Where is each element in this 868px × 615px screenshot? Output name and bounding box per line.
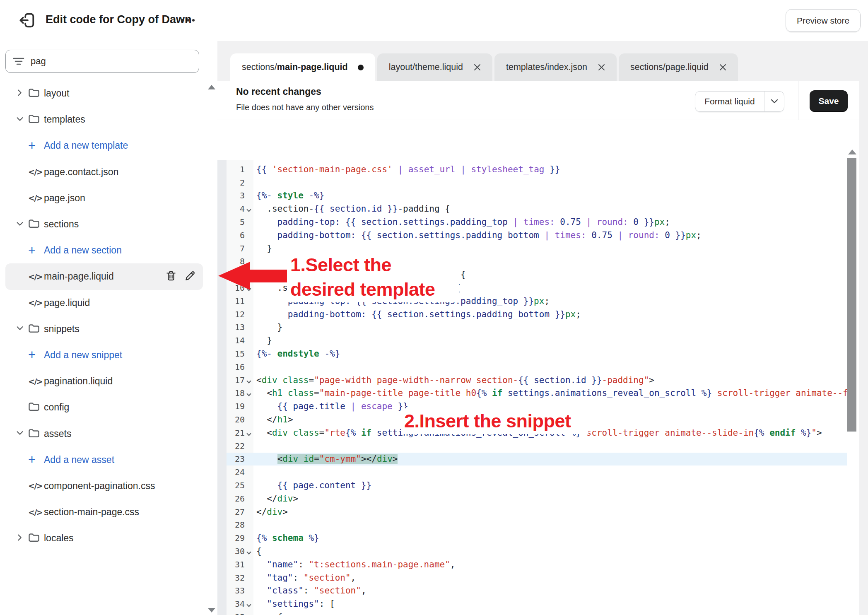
vertical-scrollbar-thumb[interactable] — [847, 158, 856, 432]
code-line-31[interactable]: 31 "name": "t:sections.main-page.name", — [227, 558, 847, 571]
sidebar-item-page.liquid[interactable]: </> page.liquid — [5, 290, 203, 316]
line-number: 2 — [227, 178, 245, 188]
code-line-33[interactable]: 33 "class": "section", — [227, 584, 847, 598]
fold-chevron-icon[interactable] — [246, 207, 251, 212]
close-tab-icon[interactable] — [474, 64, 481, 71]
code-line-27[interactable]: 27</div> — [227, 505, 847, 519]
line-number: 12 — [227, 309, 245, 319]
sidebar-item-main-page.liquid[interactable]: </> main-page.liquid — [5, 263, 203, 289]
sidebar-item-locales[interactable]: locales — [5, 525, 203, 551]
code-line-26[interactable]: 26 </div> — [227, 492, 847, 505]
code-text: padding-top: {{ section.settings.padding… — [253, 217, 670, 227]
plus-icon: + — [28, 142, 36, 150]
code-line-30[interactable]: 30{ — [227, 545, 847, 558]
code-line-25[interactable]: 25 {{ page.content }} — [227, 479, 847, 492]
code-text: {%- endstyle -%} — [253, 349, 340, 359]
code-line-22[interactable]: 22 — [227, 439, 847, 453]
chevron-down-icon[interactable] — [16, 429, 24, 439]
code-line-24[interactable]: 24 — [227, 465, 847, 479]
sidebar-item-page.json[interactable]: </> page.json — [5, 185, 203, 211]
code-line-2[interactable]: 2 — [227, 176, 847, 189]
line-number: 28 — [227, 520, 245, 530]
close-tab-icon[interactable] — [598, 64, 605, 71]
code-text: "settings": [ — [253, 599, 335, 609]
chevron-down-icon[interactable] — [16, 219, 24, 229]
code-line-12[interactable]: 12 padding-bottom: {{ section.settings.p… — [227, 308, 847, 321]
sidebar-item-component-pagination.css[interactable]: </> component-pagination.css — [5, 473, 203, 499]
tab-theme.liquid[interactable]: layout/theme.liquid — [377, 53, 492, 81]
code-line-17[interactable]: 17<div class="page-width page-width--nar… — [227, 374, 847, 387]
code-file-icon: </> — [28, 481, 42, 490]
sidebar-item-sections[interactable]: sections — [5, 211, 203, 237]
code-line-18[interactable]: 18 <h1 class="main-page-title page-title… — [227, 387, 847, 400]
tab-page.liquid[interactable]: sections/page.liquid — [619, 53, 738, 81]
code-line-3[interactable]: 3{%- style -%} — [227, 189, 847, 203]
format-dropdown-chevron[interactable] — [764, 92, 784, 111]
code-line-35[interactable]: 35 { — [227, 610, 847, 615]
code-line-4[interactable]: 4 .section-{{ section.id }}-padding { — [227, 202, 847, 215]
fold-chevron-icon[interactable] — [246, 603, 251, 607]
code-editor[interactable]: 1{{ 'section-main-page.css' | asset_url … — [227, 163, 847, 615]
sidebar-item-pagination.liquid[interactable]: </> pagination.liquid — [5, 368, 203, 394]
unsaved-dot-icon — [358, 65, 364, 70]
sidebar-item-page.contact.json[interactable]: </> page.contact.json — [5, 159, 203, 185]
code-line-29[interactable]: 29{% schema %} — [227, 531, 847, 545]
sidebar-item-templates[interactable]: templates — [5, 106, 203, 133]
search-input[interactable] — [31, 56, 184, 67]
close-tab-icon[interactable] — [719, 64, 726, 71]
chevron-right-icon[interactable] — [16, 533, 24, 543]
plus-icon: + — [28, 246, 36, 255]
code-line-6[interactable]: 6 padding-bottom: {{ section.settings.pa… — [227, 229, 847, 242]
format-liquid-button[interactable]: Format liquid — [695, 91, 784, 112]
code-text: } — [253, 322, 282, 332]
exit-editor-button[interactable] — [17, 11, 36, 30]
code-line-23[interactable]: 23 <div id="cm-ymm"></div> — [227, 453, 847, 466]
chevron-right-icon[interactable] — [16, 89, 24, 99]
sidebar-item-config[interactable]: config — [5, 394, 203, 420]
fold-chevron-icon[interactable] — [246, 550, 251, 554]
code-text: .section-{{ section.id }}-padding { — [253, 204, 450, 214]
tab-main-page.liquid[interactable]: sections/main-page.liquid — [230, 53, 375, 81]
tab-bar: sections/main-page.liquidlayout/theme.li… — [230, 53, 738, 81]
editor-pane: sections/main-page.liquidlayout/theme.li… — [217, 41, 868, 615]
chevron-down-icon[interactable] — [16, 324, 24, 334]
file-search-box[interactable] — [5, 50, 199, 73]
fold-chevron-icon[interactable] — [246, 392, 251, 396]
preview-store-button[interactable]: Preview store — [786, 9, 861, 32]
sidebar-item-section-main-page.css[interactable]: </> section-main-page.css — [5, 499, 203, 525]
trash-icon[interactable] — [166, 270, 176, 283]
code-line-28[interactable]: 28 — [227, 519, 847, 532]
chevron-down-icon[interactable] — [16, 115, 24, 125]
sidebar-item-assets[interactable]: assets — [5, 420, 203, 446]
code-line-13[interactable]: 13 } — [227, 321, 847, 334]
folder-icon — [28, 88, 40, 99]
folder-icon — [28, 323, 40, 335]
code-line-5[interactable]: 5 padding-top: {{ section.settings.paddi… — [227, 215, 847, 229]
inserted-snippet-selection: <div id="cm-ymm"></div> — [277, 454, 398, 464]
sidebar-action-add-a-new-snippet[interactable]: + Add a new snippet — [5, 342, 203, 368]
code-file-icon: </> — [28, 167, 42, 176]
code-file-icon: </> — [28, 193, 42, 203]
code-line-1[interactable]: 1{{ 'section-main-page.css' | asset_url … — [227, 163, 847, 176]
code-line-34[interactable]: 34 "settings": [ — [227, 597, 847, 610]
sidebar-action-add-a-new-section[interactable]: + Add a new section — [5, 237, 203, 263]
annotation-step2: 2.Insert the snippet — [401, 408, 588, 434]
code-line-15[interactable]: 15{%- endstyle -%} — [227, 347, 847, 360]
sidebar-action-add-a-new-asset[interactable]: + Add a new asset — [5, 447, 203, 473]
more-actions-button[interactable] — [181, 12, 201, 28]
fold-chevron-icon[interactable] — [246, 379, 251, 383]
sidebar-item-snippets[interactable]: snippets — [5, 316, 203, 342]
fold-chevron-icon[interactable] — [246, 431, 251, 436]
pencil-icon[interactable] — [185, 270, 195, 283]
code-text: } — [253, 335, 272, 345]
vertical-scroll-up-arrow[interactable] — [848, 150, 856, 154]
sidebar-action-add-a-new-template[interactable]: + Add a new template — [5, 133, 203, 159]
sidebar-item-layout[interactable]: layout — [5, 80, 203, 106]
tab-index.json[interactable]: templates/index.json — [494, 53, 617, 81]
sidebar-scroll-down-arrow[interactable] — [208, 608, 215, 613]
save-button[interactable]: Save — [810, 90, 848, 112]
code-line-32[interactable]: 32 "tag": "section", — [227, 571, 847, 584]
code-line-16[interactable]: 16 — [227, 360, 847, 374]
line-number: 19 — [227, 401, 245, 411]
code-line-14[interactable]: 14 } — [227, 334, 847, 347]
